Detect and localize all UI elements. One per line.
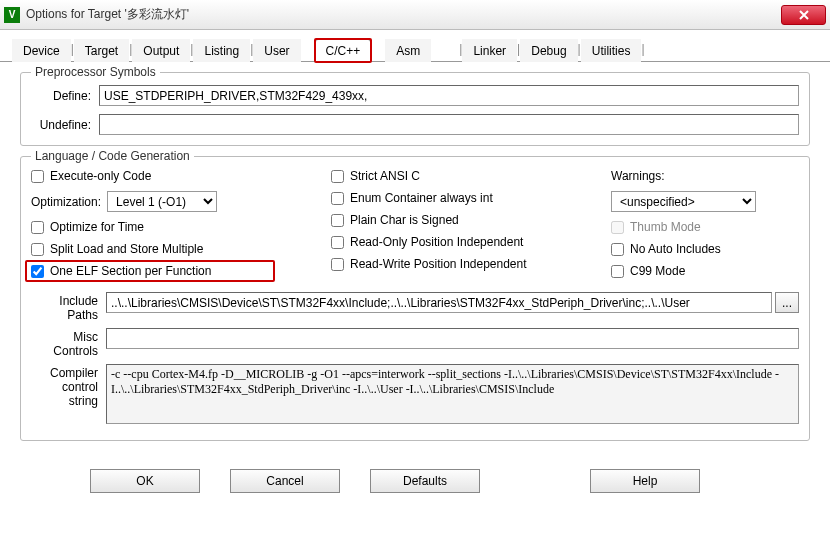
language-group: Language / Code Generation Execute-only … [20,156,810,441]
include-paths-input[interactable] [106,292,772,313]
help-button[interactable]: Help [590,469,700,493]
app-icon: V [4,7,20,23]
tab-utilities[interactable]: Utilities [581,39,642,62]
thumb-checkbox: Thumb Mode [611,220,791,234]
tab-asm[interactable]: Asm [385,39,431,62]
optimization-combo[interactable]: Level 1 (-O1) [107,191,217,212]
misc-controls-input[interactable] [106,328,799,349]
tab-device[interactable]: Device [12,39,71,62]
optimize-time-checkbox[interactable]: Optimize for Time [31,220,311,234]
warnings-label: Warnings: [611,169,791,183]
tab-output[interactable]: Output [132,39,190,62]
include-paths-label: Include Paths [31,292,106,322]
ok-button[interactable]: OK [90,469,200,493]
define-label: Define: [31,89,99,103]
include-paths-browse[interactable]: ... [775,292,799,313]
close-button[interactable] [781,5,826,25]
preprocessor-group: Preprocessor Symbols Define: Undefine: [20,72,810,146]
footer: OK Cancel Defaults Help [0,461,830,493]
tab-c-cpp[interactable]: C/C++ [315,39,372,62]
tab-user[interactable]: User [253,39,300,62]
tab-listing[interactable]: Listing [193,39,250,62]
language-title: Language / Code Generation [31,149,194,163]
titlebar: V Options for Target '多彩流水灯' [0,0,830,30]
ro-pos-checkbox[interactable]: Read-Only Position Independent [331,235,591,249]
warnings-combo[interactable]: <unspecified> [611,191,756,212]
close-icon [798,10,810,20]
cancel-button[interactable]: Cancel [230,469,340,493]
no-auto-checkbox[interactable]: No Auto Includes [611,242,791,256]
undefine-input[interactable] [99,114,799,135]
compiler-string-text: -c --cpu Cortex-M4.fp -D__MICROLIB -g -O… [106,364,799,424]
split-load-checkbox[interactable]: Split Load and Store Multiple [31,242,311,256]
tab-debug[interactable]: Debug [520,39,577,62]
tab-target[interactable]: Target [74,39,129,62]
execute-only-checkbox[interactable]: Execute-only Code [31,169,311,183]
defaults-button[interactable]: Defaults [370,469,480,493]
plain-char-checkbox[interactable]: Plain Char is Signed [331,213,591,227]
strict-ansi-checkbox[interactable]: Strict ANSI C [331,169,591,183]
compiler-string-label: Compiler control string [31,364,106,408]
rw-pos-checkbox[interactable]: Read-Write Position Independent [331,257,591,271]
define-input[interactable] [99,85,799,106]
misc-controls-label: Misc Controls [31,328,106,358]
undefine-label: Undefine: [31,118,99,132]
one-elf-checkbox[interactable]: One ELF Section per Function [31,264,311,278]
window-title: Options for Target '多彩流水灯' [26,6,781,23]
enum-container-checkbox[interactable]: Enum Container always int [331,191,591,205]
c99-checkbox[interactable]: C99 Mode [611,264,791,278]
tab-linker[interactable]: Linker [462,39,517,62]
preprocessor-title: Preprocessor Symbols [31,65,160,79]
tab-bar: Device| Target| Output| Listing| User C/… [0,30,830,62]
optimization-label: Optimization: [31,195,101,209]
